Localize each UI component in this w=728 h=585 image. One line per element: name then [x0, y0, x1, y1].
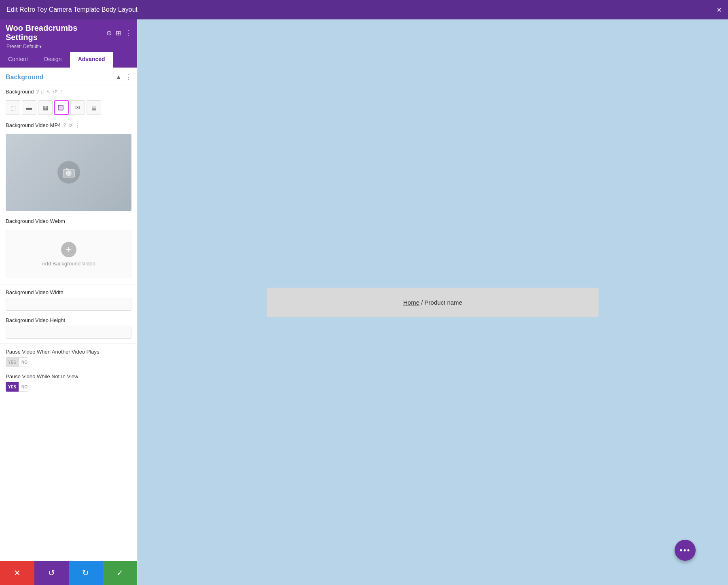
tab-design[interactable]: Design — [36, 52, 70, 68]
sidebar-header-top: Woo Breadcrumbs Settings ⊙ ⊞ ⋮ — [6, 23, 131, 42]
pause-not-in-view-no: NO — [19, 382, 28, 392]
main-layout: Woo Breadcrumbs Settings ⊙ ⊞ ⋮ Preset: D… — [0, 19, 728, 585]
preset-label[interactable]: Preset: Default▾ — [6, 44, 131, 49]
tab-content[interactable]: Content — [0, 52, 36, 68]
background-help-icon[interactable]: ? — [36, 89, 39, 95]
add-video-section[interactable]: + Add Background Video — [6, 230, 131, 278]
background-device-icon[interactable]: □ — [41, 89, 44, 95]
bg-video-width-row: Background Video Width — [0, 286, 137, 314]
svg-rect-1 — [59, 106, 63, 110]
tab-advanced[interactable]: Advanced — [70, 52, 113, 68]
bg-type-none[interactable]: ⬚ — [6, 100, 20, 115]
bg-video-mp4-row: Background Video MP4 ? ↺ ⋮ — [0, 119, 137, 134]
sidebar: Woo Breadcrumbs Settings ⊙ ⊞ ⋮ Preset: D… — [0, 19, 138, 585]
breadcrumb-page: Product name — [425, 299, 462, 306]
section-header-background: Background ▲ ⋮ — [0, 68, 137, 85]
fab-button[interactable]: ••• — [675, 540, 696, 561]
svg-rect-5 — [66, 168, 68, 170]
save-button[interactable]: ✓ — [103, 561, 137, 585]
bg-type-row: ⬚ ▬ ▦ ✉ ▤ — [0, 100, 137, 119]
pause-when-another-label: Pause Video When Another Video Plays — [6, 349, 99, 355]
background-cursor-icon[interactable]: ↖ — [47, 89, 51, 95]
title-bar-text: Edit Retro Toy Camera Template Body Layo… — [6, 6, 138, 13]
pause-not-in-view-toggle-row: YES NO — [6, 382, 131, 392]
pause-when-another-toggle-row: YES NO — [6, 357, 131, 367]
background-reset-icon[interactable]: ↺ — [53, 89, 57, 95]
bg-video-mp4-more-icon[interactable]: ⋮ — [75, 123, 80, 128]
breadcrumb-bar: Home / Product name — [267, 288, 599, 317]
background-label-row: Background ? □ ↖ ↺ ⋮ — [6, 89, 131, 95]
bg-type-classic[interactable]: ▬ — [22, 100, 36, 115]
breadcrumb-separator: / — [419, 299, 425, 306]
svg-point-4 — [68, 172, 70, 174]
sidebar-header-history-icon[interactable]: ⊙ — [106, 29, 112, 37]
divider-2 — [0, 343, 137, 344]
pause-not-in-view-label: Pause Video While Not In View — [6, 373, 78, 379]
sidebar-content: Background ▲ ⋮ Background ? □ ↖ ↺ ⋮ — [0, 68, 137, 561]
pause-when-another-row: Pause Video When Another Video Plays YES… — [0, 345, 137, 370]
sidebar-header: Woo Breadcrumbs Settings ⊙ ⊞ ⋮ Preset: D… — [0, 19, 137, 52]
section-header-icons: ▲ ⋮ — [115, 73, 131, 81]
cancel-button[interactable]: ✕ — [0, 561, 34, 585]
title-bar: Edit Retro Toy Camera Template Body Layo… — [0, 0, 728, 19]
pause-when-another-label-row: Pause Video When Another Video Plays — [6, 349, 131, 355]
bg-video-height-input[interactable] — [6, 326, 131, 339]
collapse-icon[interactable]: ▲ — [115, 74, 122, 81]
bg-video-mp4-label: Background Video MP4 — [6, 122, 61, 128]
bg-type-pattern[interactable]: ▤ — [87, 100, 101, 115]
bg-video-height-label: Background Video Height — [6, 317, 65, 323]
bottom-bar: ✕ ↺ ↻ ✓ — [0, 561, 137, 585]
bg-video-webm-row: Background Video Webm — [0, 215, 137, 230]
add-video-label: Add Background Video — [42, 261, 95, 267]
breadcrumb-text: Home / Product name — [403, 299, 462, 306]
sidebar-header-columns-icon[interactable]: ⊞ — [116, 29, 121, 37]
background-more-icon[interactable]: ⋮ — [59, 89, 64, 95]
bg-video-mp4-help-icon[interactable]: ? — [63, 123, 66, 128]
bg-video-height-row: Background Video Height — [0, 314, 137, 342]
undo-button[interactable]: ↺ — [34, 561, 69, 585]
camera-icon — [57, 161, 80, 184]
pause-when-another-toggle[interactable]: YES NO — [6, 357, 28, 367]
pause-when-another-no: NO — [19, 357, 28, 367]
bg-video-height-label-row: Background Video Height — [6, 317, 131, 323]
sidebar-header-icons: ⊙ ⊞ ⋮ — [106, 29, 131, 37]
video-preview-inner — [6, 134, 131, 211]
pause-not-in-view-label-row: Pause Video While Not In View — [6, 373, 131, 379]
divider-1 — [0, 284, 137, 284]
redo-button[interactable]: ↻ — [69, 561, 103, 585]
background-field-row: Background ? □ ↖ ↺ ⋮ — [0, 85, 137, 100]
sidebar-header-more-icon[interactable]: ⋮ — [125, 29, 131, 37]
bg-type-gradient[interactable]: ▦ — [38, 100, 53, 115]
pause-not-in-view-toggle[interactable]: YES NO — [6, 382, 28, 392]
bg-video-webm-label: Background Video Webm — [6, 218, 65, 224]
add-video-plus-icon[interactable]: + — [61, 242, 76, 257]
bg-video-mp4-label-row: Background Video MP4 ? ↺ ⋮ — [6, 122, 131, 128]
fab-dots-icon: ••• — [679, 546, 690, 555]
bg-video-mp4-reset-icon[interactable]: ↺ — [68, 123, 72, 128]
pause-not-in-view-yes: YES — [6, 382, 19, 392]
tabs: Content Design Advanced — [0, 52, 137, 68]
pause-not-in-view-row: Pause Video While Not In View YES NO — [0, 370, 137, 395]
section-more-icon[interactable]: ⋮ — [125, 73, 131, 81]
background-label: Background — [6, 89, 34, 95]
pause-when-another-yes: YES — [6, 357, 19, 367]
preview-area: Home / Product name ••• — [138, 19, 728, 585]
section-title: Background — [6, 74, 43, 81]
close-button[interactable]: × — [717, 5, 722, 15]
sidebar-title: Woo Breadcrumbs Settings — [6, 23, 106, 42]
bg-type-video[interactable] — [54, 100, 69, 115]
bg-video-width-input[interactable] — [6, 298, 131, 311]
bg-video-width-label: Background Video Width — [6, 289, 63, 295]
bg-type-slideshow[interactable]: ✉ — [70, 100, 85, 115]
breadcrumb-home-link[interactable]: Home — [403, 299, 419, 306]
video-preview[interactable] — [6, 134, 131, 211]
bg-video-width-label-row: Background Video Width — [6, 289, 131, 295]
bg-video-webm-label-row: Background Video Webm — [6, 218, 131, 224]
